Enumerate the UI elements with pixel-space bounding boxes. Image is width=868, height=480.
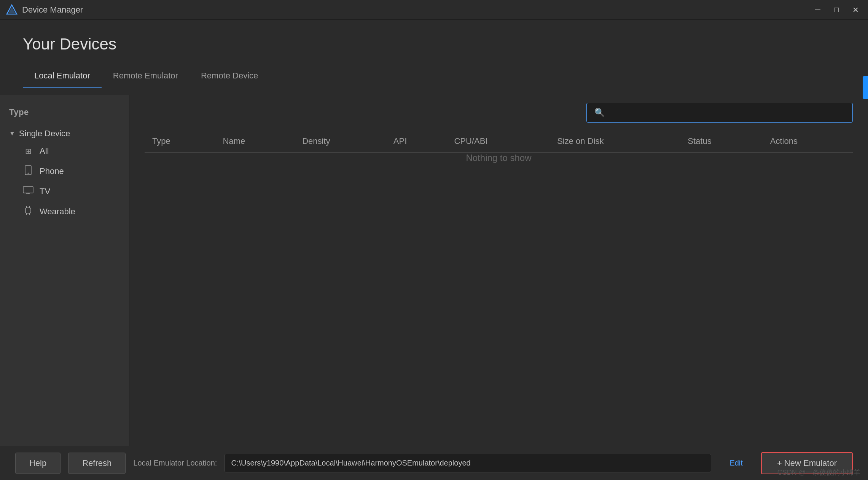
content-area: Type ▼ Single Device ⊞ All [0,95,868,446]
edit-button[interactable]: Edit [719,454,753,472]
sidebar: Type ▼ Single Device ⊞ All [0,95,129,446]
header-area: Your Devices Local Emulator Remote Emula… [0,20,868,95]
col-density: Density [295,130,386,153]
sidebar-group-header-single-device[interactable]: ▼ Single Device [9,126,120,142]
main-container: Your Devices Local Emulator Remote Emula… [0,20,868,480]
help-button[interactable]: Help [15,453,61,474]
svg-point-3 [28,173,29,174]
chevron-down-icon: ▼ [9,130,15,137]
watermark: CSDN @一条傻傻的小绵羊 [777,468,860,477]
col-size-on-disk: Size on Disk [549,130,680,153]
sidebar-group-single-device: ▼ Single Device ⊞ All [0,122,129,226]
search-input[interactable] [586,103,853,123]
device-table: Type Name Density API CPU/ABI Size on Di… [145,130,853,153]
sidebar-item-all[interactable]: ⊞ All [17,142,120,161]
tab-local-emulator[interactable]: Local Emulator [23,65,102,88]
tab-remote-emulator[interactable]: Remote Emulator [102,65,190,88]
close-button[interactable]: ✕ [849,4,862,16]
sidebar-item-all-label: All [40,146,49,156]
window-controls: ─ □ ✕ [812,4,862,16]
col-actions: Actions [763,130,853,153]
svg-rect-4 [23,187,33,193]
table-container: Type Name Density API CPU/ABI Size on Di… [129,130,868,446]
col-type: Type [145,130,215,153]
sidebar-type-header: Type [0,103,129,122]
svg-rect-7 [25,208,31,213]
refresh-button[interactable]: Refresh [68,453,126,474]
app-logo-icon [6,4,18,16]
empty-state: Nothing to show [145,153,853,163]
sidebar-item-phone[interactable]: Phone [17,161,120,182]
title-bar: Device Manager ─ □ ✕ [0,0,868,20]
col-cpu-abi: CPU/ABI [446,130,549,153]
main-panel: Type Name Density API CPU/ABI Size on Di… [129,95,868,446]
location-input[interactable] [225,454,711,472]
tv-icon [23,186,33,196]
restore-button[interactable]: □ [831,4,842,16]
search-area [129,95,868,130]
location-label: Local Emulator Location: [133,459,217,467]
sidebar-item-wearable-label: Wearable [40,207,75,217]
sidebar-item-wearable[interactable]: Wearable [17,201,120,222]
minimize-button[interactable]: ─ [812,4,823,16]
col-name: Name [215,130,295,153]
sidebar-items: ⊞ All Phone [9,142,120,222]
tab-bar: Local Emulator Remote Emulator Remote De… [23,65,845,88]
phone-icon [23,165,33,177]
sidebar-item-tv[interactable]: TV [17,182,120,201]
app-title: Device Manager [22,5,83,15]
page-title: Your Devices [23,35,845,53]
wearable-icon [23,206,33,217]
sidebar-item-tv-label: TV [40,187,50,196]
table-header-row: Type Name Density API CPU/ABI Size on Di… [145,130,853,153]
col-status: Status [680,130,762,153]
right-edge-indicator [863,76,868,99]
all-icon: ⊞ [23,147,33,156]
col-api: API [386,130,447,153]
tab-remote-device[interactable]: Remote Device [190,65,269,88]
sidebar-group-label: Single Device [19,129,70,139]
sidebar-item-phone-label: Phone [40,166,64,176]
footer: Help Refresh Local Emulator Location: Ed… [0,446,868,480]
